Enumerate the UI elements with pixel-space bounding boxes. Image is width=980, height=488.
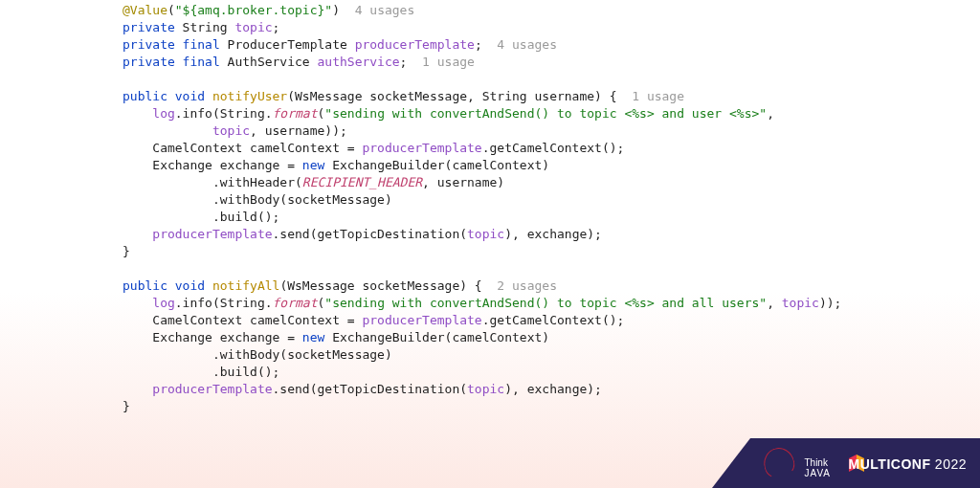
thinkjava-logo: Think JAVA bbox=[804, 457, 831, 478]
usage-hint: 2 usages bbox=[482, 278, 557, 293]
code-block: @Value("${amq.broker.topic}") 4 usages p… bbox=[122, 2, 980, 415]
method-name: notifyAll bbox=[212, 278, 279, 293]
usage-hint: 4 usages bbox=[482, 37, 557, 52]
usage-hint: 4 usages bbox=[340, 3, 414, 17]
conference-banner: Think JAVA MULTICONF 2022 bbox=[712, 438, 980, 488]
usage-hint: 1 usage bbox=[617, 89, 684, 103]
usage-hint: 1 usage bbox=[407, 55, 474, 69]
code-editor[interactable]: @Value("${amq.broker.topic}") 4 usages p… bbox=[0, 0, 980, 488]
conference-name: MULTICONF 2022 bbox=[849, 455, 967, 473]
annotation: @Value bbox=[122, 3, 167, 17]
method-name: notifyUser bbox=[212, 89, 287, 103]
